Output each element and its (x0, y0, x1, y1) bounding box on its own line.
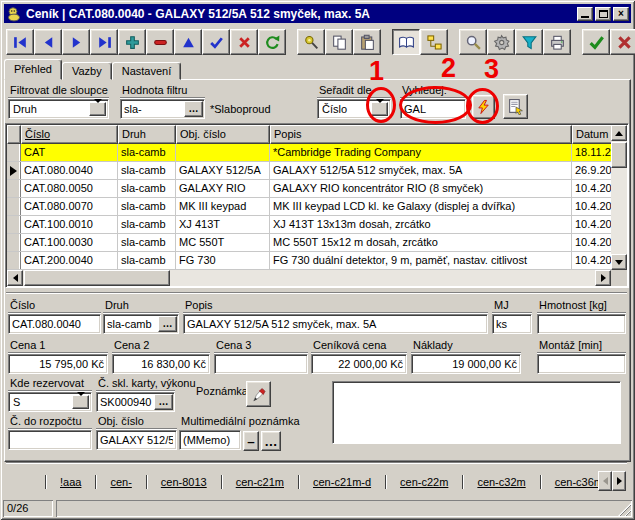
mmemo-minus-button[interactable]: – (243, 431, 259, 451)
cancel-button[interactable] (230, 29, 258, 55)
horizontal-scroll-thumb[interactable] (24, 270, 170, 286)
grid-horizontal-scrollbar[interactable] (7, 270, 611, 286)
table-cell: *Cambridge Trading Company (270, 144, 572, 161)
post-button[interactable] (202, 29, 230, 55)
nav-first-button[interactable] (6, 29, 34, 55)
dataset-link[interactable]: cen- (97, 476, 144, 488)
maximize-button[interactable] (595, 7, 611, 21)
close-button[interactable]: × (613, 7, 629, 21)
search-input[interactable] (400, 99, 466, 119)
scroll-up-button[interactable] (611, 125, 627, 141)
scroll-down-button[interactable] (611, 254, 627, 270)
copy-button[interactable] (325, 29, 353, 55)
field-rozpocet-input[interactable] (8, 430, 92, 450)
refresh-button[interactable] (258, 29, 286, 55)
grid-header-popis[interactable]: Popis (270, 125, 572, 144)
tab-vazby[interactable]: Vazby (62, 62, 112, 80)
print-button[interactable] (543, 29, 571, 55)
pin-icon (303, 34, 320, 51)
field-montaz-input[interactable] (537, 354, 626, 374)
resize-grip-icon[interactable] (618, 503, 631, 516)
field-cenikova-cena-input[interactable] (311, 354, 407, 374)
tab-prehled[interactable]: Přehled (4, 59, 62, 80)
field-popis-input[interactable] (183, 314, 488, 334)
vertical-scroll-thumb[interactable] (611, 142, 627, 168)
sort-dropdown-button[interactable] (371, 102, 388, 116)
paste-button[interactable] (353, 29, 381, 55)
poznamka2-button[interactable] (246, 381, 271, 407)
dataset-link[interactable]: cen-c21m-d (300, 476, 384, 488)
linkbar-left-button[interactable] (598, 471, 612, 491)
table-cell: CAT.200.0040 (21, 252, 118, 269)
sort-combo[interactable]: Číslo (317, 99, 391, 119)
grid-vertical-scrollbar[interactable] (611, 125, 627, 270)
row-indicator (7, 234, 21, 251)
field-cena2-input[interactable] (112, 354, 210, 374)
dataset-link[interactable]: !aaa (47, 476, 94, 488)
field-mj-input[interactable] (492, 314, 532, 334)
book-button[interactable] (392, 29, 420, 55)
table-row[interactable]: CAT.080.0040sla-cambGALAXY 512/5AGALAXY … (7, 162, 611, 180)
scroll-right-button[interactable] (595, 270, 611, 286)
filter-column-combo[interactable]: Druh (8, 99, 109, 119)
cancel-all-button[interactable] (610, 29, 635, 55)
delete-button[interactable] (146, 29, 174, 55)
table-row[interactable]: CATsla-camb*Cambridge Trading Company18.… (7, 144, 611, 162)
field-hmotnost-input[interactable] (537, 314, 626, 334)
field-naklady-input[interactable] (411, 354, 521, 374)
hierarchy-button[interactable] (420, 29, 448, 55)
table-row[interactable]: CAT.100.0030sla-cambMC 550TMC 550T 15x12… (7, 234, 611, 252)
scroll-left-button[interactable] (7, 270, 23, 286)
linkbar-right-button[interactable] (612, 471, 626, 491)
table-row[interactable]: CAT.100.0010sla-cambXJ 413TXJ 413T 13x13… (7, 216, 611, 234)
filter-value-field: Hodnota filtru … (120, 84, 205, 119)
dataset-link[interactable]: cen-8013 (148, 476, 220, 488)
poznamka2-memo[interactable] (332, 381, 621, 444)
grid-header-obj-cislo[interactable]: Obj. číslo (176, 125, 270, 144)
field-skl-karta-ellipsis-button[interactable]: … (154, 394, 173, 410)
search-button[interactable] (459, 29, 487, 55)
filter-button[interactable] (515, 29, 543, 55)
ok-icon (588, 34, 605, 51)
pin-button[interactable] (297, 29, 325, 55)
filter-column-dropdown-button[interactable] (89, 102, 106, 116)
nav-prev-button[interactable] (34, 29, 62, 55)
table-row[interactable]: CAT.080.0050sla-cambGALAXY RIOGALAXY RIO… (7, 180, 611, 198)
table-cell: 10.4.20 (572, 216, 611, 233)
nav-last-button[interactable] (90, 29, 118, 55)
tab-nastaveni[interactable]: Nastavení (112, 62, 182, 80)
table-row[interactable]: CAT.200.0040sla-cambFG 730FG 730 duální … (7, 252, 611, 270)
arrow-left-icon (13, 274, 18, 282)
dataset-link[interactable]: cen-c32m (464, 476, 538, 488)
mmemo-ellipsis-button[interactable]: … (261, 431, 281, 451)
field-obj-cislo-input[interactable] (96, 430, 177, 450)
field-cena3-input[interactable] (214, 354, 308, 374)
field-kde-rezervovat: Kde rezervovat S (8, 377, 92, 412)
search-execute-button[interactable] (472, 95, 495, 119)
table-cell: sla-camb (118, 198, 176, 215)
minimize-button[interactable] (577, 7, 593, 21)
nav-next-button[interactable] (62, 29, 90, 55)
grid-header-cislo[interactable]: Číslo (21, 125, 118, 144)
edit-button[interactable] (174, 29, 202, 55)
field-kde-rezervovat-combo[interactable]: S (8, 392, 92, 412)
filter-value-ellipsis-button[interactable]: … (184, 101, 203, 117)
grid-header-datum[interactable]: Datum (572, 125, 613, 144)
dataset-link[interactable]: cen-c21m (223, 476, 297, 488)
field-cislo-input[interactable] (8, 314, 101, 334)
close-icon: × (618, 9, 624, 19)
report-button[interactable] (503, 94, 528, 119)
ok-button[interactable] (582, 29, 610, 55)
field-cena1-input[interactable] (8, 354, 108, 374)
link-separator (45, 475, 46, 489)
settings-button[interactable] (487, 29, 515, 55)
dataset-link[interactable]: cen-c22m (387, 476, 461, 488)
refresh-icon (264, 34, 281, 51)
kde-rezervovat-dropdown-button[interactable] (72, 395, 89, 409)
field-druh-ellipsis-button[interactable]: … (158, 316, 177, 332)
grid-header-druh[interactable]: Druh (118, 125, 176, 144)
table-row[interactable]: CAT.080.0070sla-cambMK III keypadMK III … (7, 198, 611, 216)
field-naklady-label: Náklady (411, 339, 521, 353)
add-button[interactable] (118, 29, 146, 55)
field-mmemo-input[interactable] (179, 430, 241, 450)
